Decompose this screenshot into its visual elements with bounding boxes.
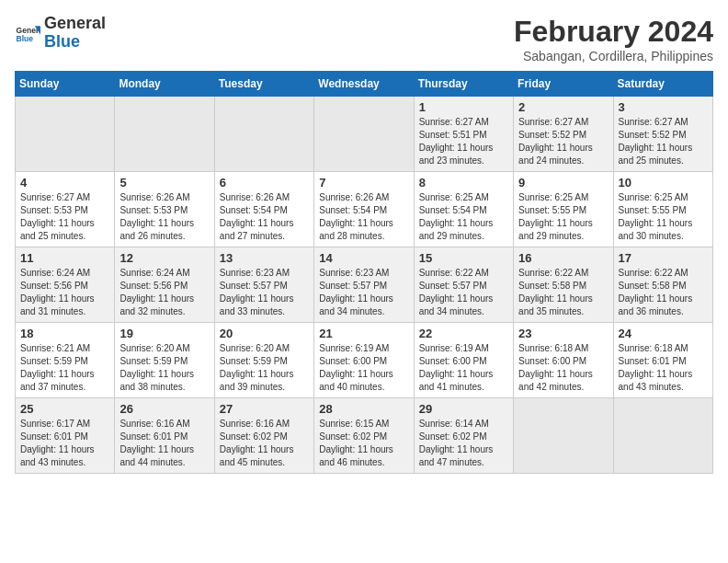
day-number: 27: [220, 402, 309, 416]
cell-info: Sunrise: 6:24 AM Sunset: 5:56 PM Dayligh…: [119, 267, 209, 318]
day-number: 12: [119, 251, 209, 265]
cell-info: Sunrise: 6:22 AM Sunset: 5:58 PM Dayligh…: [518, 267, 608, 318]
calendar-table: SundayMondayTuesdayWednesdayThursdayFrid…: [15, 71, 713, 474]
calendar-cell: 25Sunrise: 6:17 AM Sunset: 6:01 PM Dayli…: [16, 398, 115, 474]
calendar-cell: 12Sunrise: 6:24 AM Sunset: 5:56 PM Dayli…: [115, 247, 214, 323]
day-number: 25: [20, 402, 109, 416]
calendar-cell: 11Sunrise: 6:24 AM Sunset: 5:56 PM Dayli…: [16, 247, 115, 323]
cell-info: Sunrise: 6:26 AM Sunset: 5:54 PM Dayligh…: [220, 191, 309, 243]
day-number: 22: [419, 327, 508, 340]
day-number: 28: [319, 402, 408, 416]
calendar-cell: 14Sunrise: 6:23 AM Sunset: 5:57 PM Dayli…: [314, 247, 414, 323]
cell-info: Sunrise: 6:27 AM Sunset: 5:51 PM Dayligh…: [419, 116, 508, 167]
cell-info: Sunrise: 6:16 AM Sunset: 6:01 PM Dayligh…: [119, 418, 209, 469]
cell-info: Sunrise: 6:14 AM Sunset: 6:02 PM Dayligh…: [419, 418, 508, 469]
calendar-cell: 28Sunrise: 6:15 AM Sunset: 6:02 PM Dayli…: [314, 398, 414, 474]
logo-text: General Blue: [44, 15, 106, 52]
day-number: 26: [119, 402, 209, 416]
calendar-week-row: 11Sunrise: 6:24 AM Sunset: 5:56 PM Dayli…: [16, 247, 713, 323]
calendar-cell: 17Sunrise: 6:22 AM Sunset: 5:58 PM Dayli…: [613, 247, 712, 323]
calendar-cell: 8Sunrise: 6:25 AM Sunset: 5:54 PM Daylig…: [414, 172, 513, 247]
calendar-cell: 5Sunrise: 6:26 AM Sunset: 5:53 PM Daylig…: [115, 172, 214, 247]
calendar-cell: 1Sunrise: 6:27 AM Sunset: 5:51 PM Daylig…: [414, 97, 513, 172]
cell-info: Sunrise: 6:22 AM Sunset: 5:57 PM Dayligh…: [419, 267, 508, 318]
calendar-week-row: 1Sunrise: 6:27 AM Sunset: 5:51 PM Daylig…: [16, 97, 713, 172]
calendar-cell: 7Sunrise: 6:26 AM Sunset: 5:54 PM Daylig…: [314, 172, 414, 247]
calendar-cell: 18Sunrise: 6:21 AM Sunset: 5:59 PM Dayli…: [16, 323, 115, 398]
weekday-header-sunday: Sunday: [16, 72, 115, 97]
calendar-cell: 16Sunrise: 6:22 AM Sunset: 5:58 PM Dayli…: [514, 247, 613, 323]
cell-info: Sunrise: 6:21 AM Sunset: 5:59 PM Dayligh…: [20, 342, 109, 394]
cell-info: Sunrise: 6:20 AM Sunset: 5:59 PM Dayligh…: [119, 342, 209, 394]
cell-info: Sunrise: 6:26 AM Sunset: 5:53 PM Dayligh…: [119, 191, 209, 243]
calendar-cell: 9Sunrise: 6:25 AM Sunset: 5:55 PM Daylig…: [514, 172, 613, 247]
calendar-week-row: 4Sunrise: 6:27 AM Sunset: 5:53 PM Daylig…: [16, 172, 713, 247]
day-number: 11: [20, 251, 109, 265]
day-number: 2: [518, 100, 608, 114]
weekday-header-wednesday: Wednesday: [314, 72, 414, 97]
day-number: 8: [419, 176, 508, 190]
cell-info: Sunrise: 6:23 AM Sunset: 5:57 PM Dayligh…: [220, 267, 309, 318]
cell-info: Sunrise: 6:16 AM Sunset: 6:02 PM Dayligh…: [220, 418, 309, 469]
day-number: 5: [119, 176, 209, 190]
svg-text:Blue: Blue: [17, 34, 34, 43]
day-number: 1: [419, 100, 508, 114]
day-number: 13: [220, 251, 309, 265]
cell-info: Sunrise: 6:19 AM Sunset: 6:00 PM Dayligh…: [419, 342, 508, 394]
title-block: February 2024 Sabangan, Cordillera, Phil…: [514, 15, 713, 63]
cell-info: Sunrise: 6:24 AM Sunset: 5:56 PM Dayligh…: [20, 267, 109, 318]
page-header: General Blue General Blue February 2024 …: [15, 15, 713, 63]
day-number: 7: [319, 176, 408, 190]
calendar-week-row: 18Sunrise: 6:21 AM Sunset: 5:59 PM Dayli…: [16, 323, 713, 398]
cell-info: Sunrise: 6:18 AM Sunset: 6:00 PM Dayligh…: [518, 342, 608, 394]
day-number: 6: [220, 176, 309, 190]
cell-info: Sunrise: 6:23 AM Sunset: 5:57 PM Dayligh…: [319, 267, 408, 318]
day-number: 21: [319, 327, 408, 340]
day-number: 18: [20, 327, 109, 340]
calendar-week-row: 25Sunrise: 6:17 AM Sunset: 6:01 PM Dayli…: [16, 398, 713, 474]
cell-info: Sunrise: 6:27 AM Sunset: 5:52 PM Dayligh…: [518, 116, 608, 167]
cell-info: Sunrise: 6:25 AM Sunset: 5:55 PM Dayligh…: [619, 191, 708, 243]
calendar-cell: 20Sunrise: 6:20 AM Sunset: 5:59 PM Dayli…: [214, 323, 313, 398]
calendar-cell: [514, 398, 613, 474]
cell-info: Sunrise: 6:20 AM Sunset: 5:59 PM Dayligh…: [220, 342, 309, 394]
cell-info: Sunrise: 6:22 AM Sunset: 5:58 PM Dayligh…: [619, 267, 708, 318]
day-number: 19: [119, 327, 209, 340]
cell-info: Sunrise: 6:27 AM Sunset: 5:53 PM Dayligh…: [20, 191, 109, 243]
month-year: February 2024: [514, 15, 713, 49]
day-number: 9: [518, 176, 608, 190]
calendar-cell: 23Sunrise: 6:18 AM Sunset: 6:00 PM Dayli…: [514, 323, 613, 398]
weekday-header-monday: Monday: [115, 72, 214, 97]
day-number: 10: [619, 176, 708, 190]
cell-info: Sunrise: 6:25 AM Sunset: 5:55 PM Dayligh…: [518, 191, 608, 243]
calendar-cell: 24Sunrise: 6:18 AM Sunset: 6:01 PM Dayli…: [613, 323, 712, 398]
calendar-cell: 19Sunrise: 6:20 AM Sunset: 5:59 PM Dayli…: [115, 323, 214, 398]
calendar-cell: [314, 97, 414, 172]
day-number: 23: [518, 327, 608, 340]
day-number: 17: [619, 251, 708, 265]
day-number: 24: [619, 327, 708, 340]
cell-info: Sunrise: 6:15 AM Sunset: 6:02 PM Dayligh…: [319, 418, 408, 469]
weekday-header-saturday: Saturday: [613, 72, 712, 97]
calendar-cell: 3Sunrise: 6:27 AM Sunset: 5:52 PM Daylig…: [613, 97, 712, 172]
cell-info: Sunrise: 6:19 AM Sunset: 6:00 PM Dayligh…: [319, 342, 408, 394]
calendar-cell: [115, 97, 214, 172]
calendar-cell: 27Sunrise: 6:16 AM Sunset: 6:02 PM Dayli…: [214, 398, 313, 474]
day-number: 16: [518, 251, 608, 265]
logo: General Blue General Blue: [15, 15, 106, 52]
calendar-cell: 4Sunrise: 6:27 AM Sunset: 5:53 PM Daylig…: [16, 172, 115, 247]
calendar-cell: [613, 398, 712, 474]
weekday-header-friday: Friday: [514, 72, 613, 97]
calendar-cell: 29Sunrise: 6:14 AM Sunset: 6:02 PM Dayli…: [414, 398, 513, 474]
weekday-header-thursday: Thursday: [414, 72, 513, 97]
day-number: 4: [20, 176, 109, 190]
day-number: 3: [619, 100, 708, 114]
cell-info: Sunrise: 6:27 AM Sunset: 5:52 PM Dayligh…: [619, 116, 708, 167]
calendar-cell: [16, 97, 115, 172]
calendar-cell: 6Sunrise: 6:26 AM Sunset: 5:54 PM Daylig…: [214, 172, 313, 247]
calendar-cell: 13Sunrise: 6:23 AM Sunset: 5:57 PM Dayli…: [214, 247, 313, 323]
day-number: 29: [419, 402, 508, 416]
weekday-header-tuesday: Tuesday: [214, 72, 313, 97]
calendar-cell: 26Sunrise: 6:16 AM Sunset: 6:01 PM Dayli…: [115, 398, 214, 474]
calendar-cell: 10Sunrise: 6:25 AM Sunset: 5:55 PM Dayli…: [613, 172, 712, 247]
